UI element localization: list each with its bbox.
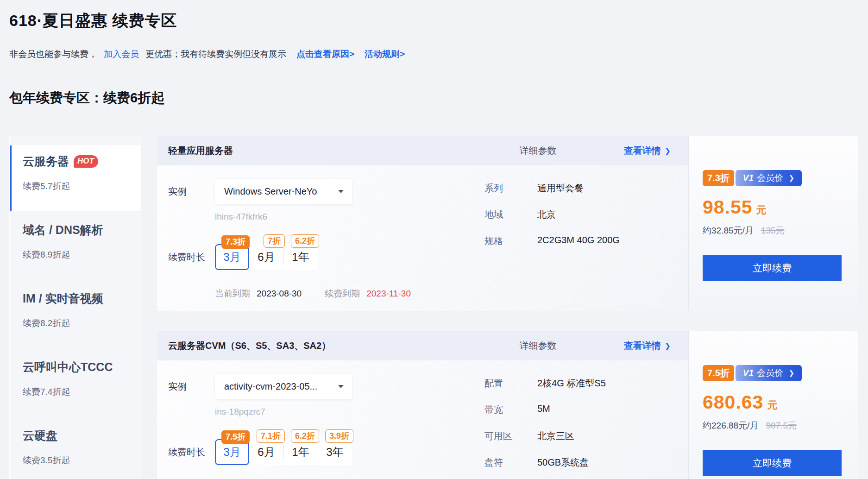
renew-now-button[interactable]: 立即续费 bbox=[703, 255, 842, 281]
spec-label: 地域 bbox=[484, 208, 537, 221]
member-price-badge[interactable]: V1 会员价 bbox=[736, 170, 802, 186]
spec-row: 配置 2核4G 标准型S5 bbox=[484, 377, 606, 390]
sidebar-item-cloud-disk[interactable]: 云硬盘 续费3.5折起 bbox=[10, 420, 141, 479]
spec-row: 可用区 北京三区 bbox=[484, 430, 606, 442]
spec-value: 通用型套餐 bbox=[537, 182, 584, 195]
duration-option-3m[interactable]: 7.3折 3月 bbox=[215, 244, 249, 270]
sidebar-item-subtitle: 续费7.4折起 bbox=[23, 386, 136, 398]
activity-rules-link[interactable]: 活动规则> bbox=[365, 48, 405, 60]
duration-option-6m[interactable]: 7折 6月 bbox=[249, 244, 283, 270]
duration-option-3m[interactable]: 7.5折 3月 bbox=[215, 439, 249, 465]
original-price: 135元 bbox=[761, 225, 785, 237]
price-panel: 7.5折 V1 会员价 680.63 元 约226.88元/月 907.5元 bbox=[688, 331, 858, 479]
duration-option-label: 6月 bbox=[258, 250, 275, 265]
view-detail-label: 查看详情 bbox=[624, 340, 661, 352]
view-detail-link[interactable]: 查看详情 bbox=[624, 145, 671, 157]
price-amount: 98.55 bbox=[703, 196, 753, 218]
member-price-label: 会员价 bbox=[757, 172, 783, 184]
expiry-dates: 当前到期 2023-08-30 续费到期 2023-11-30 bbox=[215, 288, 688, 300]
member-v1-label: V1 bbox=[743, 173, 754, 183]
chevron-right-icon bbox=[665, 146, 671, 155]
discount-badge: 3.9折 bbox=[325, 429, 353, 443]
sidebar-item-title: 云服务器 bbox=[23, 154, 69, 169]
sidebar-item-im-trtc[interactable]: IM / 实时音视频 续费8.2折起 bbox=[10, 283, 141, 348]
member-price-badge[interactable]: V1 会员价 bbox=[736, 365, 802, 381]
duration-option-label: 1年 bbox=[292, 250, 309, 265]
price-unit: 元 bbox=[767, 398, 777, 412]
duration-options: 7.5折 3月 7.1折 6月 6.2折 1年 bbox=[215, 439, 352, 465]
current-expire-date: 2023-08-30 bbox=[257, 289, 302, 299]
duration-option-3y[interactable]: 3.9折 3年 bbox=[318, 439, 352, 465]
sidebar-item-tccc[interactable]: 云呼叫中心TCCC 续费7.4折起 bbox=[10, 351, 141, 416]
sidebar-item-domain-dns[interactable]: 域名 / DNS解析 续费8.9折起 bbox=[10, 214, 141, 279]
instance-label: 实例 bbox=[168, 185, 215, 198]
spec-value: 50GB系统盘 bbox=[537, 456, 589, 469]
duration-option-6m[interactable]: 7.1折 6月 bbox=[249, 439, 283, 465]
sidebar-item-title: 云硬盘 bbox=[23, 428, 57, 443]
duration-option-label: 1年 bbox=[292, 445, 309, 460]
caret-down-icon bbox=[338, 190, 344, 193]
view-detail-link[interactable]: 查看详情 bbox=[624, 340, 671, 352]
instance-id: ins-18pqzrc7 bbox=[215, 407, 688, 417]
spec-value: 2核4G 标准型S5 bbox=[537, 377, 606, 390]
discount-badge: 7.3折 bbox=[221, 235, 250, 249]
caret-down-icon bbox=[338, 385, 344, 388]
sidebar-item-title: IM / 实时音视频 bbox=[23, 291, 103, 306]
product-card-cvm: 云服务器CVM（S6、S5、SA3、SA2） 详细参数 查看详情 实例 acti… bbox=[157, 331, 858, 479]
renew-now-button[interactable]: 立即续费 bbox=[703, 450, 842, 476]
hot-badge: HOT bbox=[74, 155, 98, 168]
instance-label: 实例 bbox=[168, 380, 215, 393]
duration-option-1y[interactable]: 6.2折 1年 bbox=[283, 244, 318, 270]
params-label: 详细参数 bbox=[520, 340, 557, 352]
spec-label: 盘符 bbox=[484, 456, 537, 469]
price-discount-badge: 7.3折 bbox=[703, 170, 734, 186]
params-label: 详细参数 bbox=[520, 145, 557, 157]
duration-option-label: 3月 bbox=[223, 250, 240, 265]
renewal-page: 618·夏日盛惠 续费专区 非会员也能参与续费， 加入会员 更优惠；我有待续费实… bbox=[0, 10, 868, 479]
spec-row: 规格 2C2G3M 40G 200G bbox=[484, 235, 620, 247]
instance-name: activity-cvm-2023-05... bbox=[224, 381, 317, 392]
monthly-price: 约226.88元/月 bbox=[703, 420, 758, 432]
chevron-right-icon bbox=[789, 174, 794, 182]
sidebar-item-subtitle: 续费8.2折起 bbox=[23, 317, 136, 329]
chevron-right-icon bbox=[665, 341, 671, 350]
subtitle-text-2: 更优惠；我有待续费实例但没有展示 bbox=[145, 48, 286, 60]
spec-row: 地域 北京 bbox=[484, 208, 620, 221]
duration-option-1y[interactable]: 6.2折 1年 bbox=[283, 439, 318, 465]
instance-select[interactable]: activity-cvm-2023-05... bbox=[215, 374, 352, 399]
product-card-lighthouse: 轻量应用服务器 详细参数 查看详情 实例 Windows Server-NeYo bbox=[157, 136, 858, 311]
section-title: 包年续费专区：续费6折起 bbox=[9, 89, 858, 107]
discount-badge: 7折 bbox=[264, 234, 285, 248]
renew-expire-date: 2023-11-30 bbox=[366, 289, 411, 299]
renew-expire-label: 续费到期 bbox=[325, 288, 360, 300]
spec-list: 系列 通用型套餐 地域 北京 规格 2C2G3M 40G 200G bbox=[484, 182, 620, 261]
card-title: 轻量应用服务器 bbox=[168, 145, 233, 157]
duration-option-label: 3月 bbox=[223, 445, 240, 460]
instance-select[interactable]: Windows Server-NeYo bbox=[215, 179, 352, 204]
view-detail-label: 查看详情 bbox=[624, 145, 661, 157]
instance-name: Windows Server-NeYo bbox=[224, 186, 317, 197]
duration-option-label: 6月 bbox=[258, 445, 275, 460]
price-discount-badge: 7.5折 bbox=[703, 365, 734, 381]
duration-options: 7.3折 3月 7折 6月 6.2折 1年 bbox=[215, 244, 318, 270]
sidebar-item-cloud-server[interactable]: 云服务器 HOT 续费5.7折起 bbox=[10, 145, 141, 211]
card-header: 云服务器CVM（S6、S5、SA3、SA2） 详细参数 查看详情 bbox=[157, 331, 688, 360]
card-list: 轻量应用服务器 详细参数 查看详情 实例 Windows Server-NeYo bbox=[157, 136, 858, 479]
current-expire-label: 当前到期 bbox=[215, 288, 250, 300]
price-unit: 元 bbox=[756, 203, 767, 217]
spec-label: 规格 bbox=[484, 235, 537, 247]
subtitle-row: 非会员也能参与续费， 加入会员 更优惠；我有待续费实例但没有展示 点击查看原因>… bbox=[9, 48, 858, 60]
sidebar-item-title: 域名 / DNS解析 bbox=[23, 222, 103, 238]
discount-badge: 7.5折 bbox=[221, 430, 250, 444]
spec-value: 2C2G3M 40G 200G bbox=[537, 235, 620, 247]
join-member-link[interactable]: 加入会员 bbox=[104, 48, 139, 60]
page-title: 618·夏日盛惠 续费专区 bbox=[9, 10, 858, 32]
spec-label: 可用区 bbox=[484, 430, 537, 442]
content-area: 云服务器 HOT 续费5.7折起 域名 / DNS解析 续费8.9折起 IM /… bbox=[9, 136, 858, 479]
original-price: 907.5元 bbox=[766, 420, 797, 432]
spec-row: 带宽 5M bbox=[484, 403, 606, 416]
view-reason-link[interactable]: 点击查看原因> bbox=[296, 48, 354, 60]
spec-label: 带宽 bbox=[484, 403, 537, 416]
duration-label: 续费时长 bbox=[168, 446, 215, 459]
spec-row: 盘符 50GB系统盘 bbox=[484, 456, 606, 469]
